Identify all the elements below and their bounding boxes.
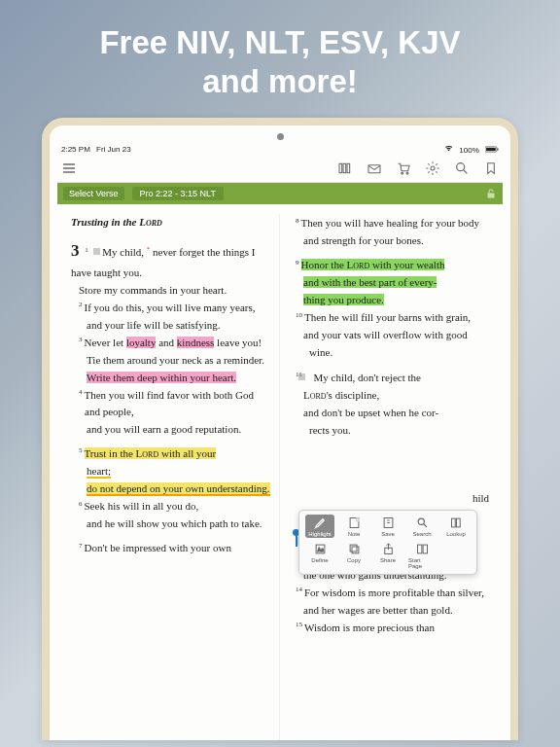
- verse-3d[interactable]: Write them deep within your heart.: [71, 370, 271, 386]
- note-icon: [347, 516, 362, 530]
- copy-button[interactable]: Copy: [340, 542, 368, 569]
- svg-rect-6: [368, 165, 380, 173]
- svg-rect-3: [339, 164, 342, 173]
- verse-4b[interactable]: and you will earn a good reputation.: [71, 421, 271, 438]
- footnote-icon[interactable]: [304, 369, 311, 375]
- verse-10[interactable]: 10Then he will fill your barns with grai…: [288, 309, 489, 326]
- cart-icon[interactable]: [396, 160, 411, 176]
- svg-point-10: [457, 163, 465, 171]
- verse-3[interactable]: 3Never let loyalty and kindness leave yo…: [71, 335, 271, 351]
- svg-rect-21: [352, 547, 359, 553]
- define-icon: Aa: [313, 542, 328, 556]
- verse-6b[interactable]: and he will show you which path to take.: [71, 516, 271, 532]
- verse-1[interactable]: 3 1 My child, * never forget the things …: [71, 238, 271, 280]
- footnote-icon[interactable]: [93, 243, 100, 250]
- highlight-button[interactable]: Highlight: [305, 515, 334, 538]
- share-button[interactable]: Share: [374, 542, 402, 569]
- search-icon[interactable]: [454, 160, 470, 176]
- right-column: 8Then you will have healing for your bod…: [280, 214, 497, 740]
- passage-selector[interactable]: Pro 2:22 - 3:15 NLT: [132, 187, 224, 200]
- verse-6[interactable]: 6Seek his will in all you do,: [71, 498, 271, 515]
- save-button[interactable]: Save: [374, 516, 402, 537]
- verse-4[interactable]: 4Then you will find favor with both God …: [71, 387, 271, 420]
- verse-1c[interactable]: Store my commands in your heart.: [71, 282, 271, 299]
- promo-caption: Free NIV, NLT, ESV, KJV and more!: [0, 0, 560, 118]
- svg-rect-4: [343, 164, 346, 173]
- svg-point-16: [418, 518, 424, 524]
- svg-text:Aa: Aa: [317, 547, 324, 552]
- verse-9c[interactable]: thing you produce.: [288, 292, 489, 308]
- status-date: Fri Jun 23: [96, 145, 131, 154]
- verse-7[interactable]: 7Don't be impressed with your own: [71, 540, 271, 556]
- lookup-icon: [449, 516, 464, 530]
- svg-rect-12: [298, 374, 305, 380]
- verse-8[interactable]: 8Then you will have healing for your bod…: [288, 215, 489, 231]
- svg-rect-2: [497, 149, 498, 151]
- verse-11[interactable]: 11 My child, don't reject the: [288, 369, 489, 386]
- tablet-camera: [277, 133, 284, 140]
- svg-rect-1: [486, 148, 496, 151]
- verse-2b[interactable]: and your life will be satisfying.: [71, 317, 271, 334]
- svg-point-9: [431, 166, 435, 170]
- svg-rect-25: [423, 545, 427, 553]
- lock-icon[interactable]: [485, 188, 497, 199]
- verse-11c[interactable]: and don't be upset when he cor-: [288, 405, 489, 421]
- verse-5c[interactable]: do not depend on your own understanding.: [71, 480, 271, 497]
- selection-start-handle[interactable]: [296, 535, 298, 547]
- verse-14b[interactable]: and her wages are better than gold.: [288, 602, 489, 619]
- verse-5[interactable]: 5Trust in the Lord with all your: [71, 445, 271, 462]
- verse-2[interactable]: 2If you do this, you will live many year…: [71, 300, 271, 316]
- status-battery: 100%: [459, 146, 478, 155]
- save-icon: [381, 516, 396, 530]
- chapter-number: 3: [71, 241, 80, 260]
- verse-14[interactable]: 14For wisdom is more profitable than sil…: [288, 585, 489, 601]
- startpage-button[interactable]: Start Page: [408, 542, 436, 569]
- selection-popup: Highlight Note Save Search Lookup Aa Def…: [298, 510, 477, 575]
- wifi-icon: [444, 146, 455, 155]
- verse-8b[interactable]: and strength for your bones.: [288, 232, 489, 249]
- app-toolbar: [57, 158, 503, 183]
- verse-15[interactable]: 15Wisdom is more precious than: [288, 620, 489, 636]
- svg-rect-24: [417, 545, 421, 553]
- define-button[interactable]: Aa Define: [306, 542, 333, 569]
- verse-5b[interactable]: heart;: [71, 463, 271, 480]
- caption-line-2: and more!: [202, 63, 358, 99]
- verse-10b[interactable]: and your vats will overflow with good wi…: [288, 327, 489, 360]
- svg-point-7: [402, 173, 403, 175]
- tablet-frame: 2:25 PM Fri Jun 23 100%: [42, 118, 518, 740]
- verse-9b[interactable]: and with the best part of every-: [288, 274, 489, 291]
- verse-9[interactable]: 9Honor the Lord with your wealth: [288, 257, 489, 273]
- library-icon[interactable]: [337, 160, 353, 176]
- search-button[interactable]: Search: [408, 516, 436, 537]
- gear-icon[interactable]: [425, 160, 440, 176]
- verse-navbar: Select Verse Pro 2:22 - 3:15 NLT: [57, 183, 503, 204]
- status-time: 2:25 PM: [61, 145, 90, 154]
- startpage-icon: [415, 542, 430, 556]
- section-title: Trusting in the Lord: [71, 214, 271, 231]
- select-verse-button[interactable]: Select Verse: [63, 187, 124, 200]
- bookmark-icon[interactable]: [483, 160, 499, 176]
- svg-rect-17: [451, 518, 455, 527]
- battery-icon: [485, 146, 499, 155]
- left-column: Trusting in the Lord 3 1 My child, * nev…: [63, 214, 280, 740]
- svg-point-8: [406, 173, 408, 175]
- popup-spacer: [288, 439, 489, 489]
- search-icon-small: [415, 516, 430, 530]
- status-bar: 2:25 PM Fri Jun 23 100%: [57, 144, 503, 158]
- lookup-button[interactable]: Lookup: [442, 516, 470, 537]
- menu-icon[interactable]: [61, 160, 77, 176]
- mail-icon[interactable]: [367, 160, 382, 176]
- svg-rect-22: [350, 545, 357, 551]
- note-button[interactable]: Note: [340, 516, 368, 537]
- svg-rect-5: [347, 164, 350, 173]
- verse-11b[interactable]: Lord's discipline,: [288, 387, 489, 404]
- caption-line-1: Free NIV, NLT, ESV, KJV: [99, 24, 460, 60]
- svg-rect-11: [93, 248, 100, 255]
- verse-11d[interactable]: rects you.: [288, 422, 489, 439]
- verse-12-fragment[interactable]: hild: [288, 490, 489, 507]
- highlight-icon: [313, 516, 328, 530]
- copy-icon: [347, 542, 362, 556]
- verse-3c[interactable]: Tie them around your neck as a reminder.: [71, 352, 271, 369]
- scripture-page: Trusting in the Lord 3 1 My child, * nev…: [57, 204, 503, 740]
- share-icon: [381, 542, 396, 556]
